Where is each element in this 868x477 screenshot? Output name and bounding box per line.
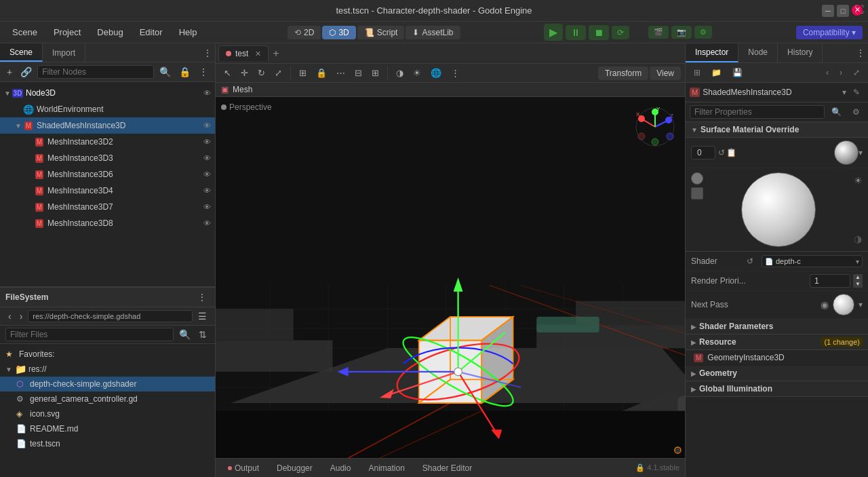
- camera-button[interactable]: 📷: [671, 26, 692, 39]
- fs-res[interactable]: ▼ 📁 res://: [0, 362, 215, 377]
- settings-button[interactable]: ⚙: [694, 26, 712, 39]
- view-label-button[interactable]: View: [650, 66, 681, 80]
- next-pass-sphere-preview[interactable]: [833, 294, 854, 316]
- inspector-filter-input[interactable]: [690, 105, 825, 119]
- fs-layout-button[interactable]: ☰: [195, 309, 210, 323]
- node-type-dropdown-icon[interactable]: ▾: [842, 88, 846, 97]
- minimize-button[interactable]: ─: [822, 5, 834, 17]
- move-mode-button[interactable]: ✛: [237, 66, 252, 80]
- select-mode-button[interactable]: ↖: [220, 66, 235, 80]
- lock-button[interactable]: 🔒: [176, 65, 193, 79]
- compatibility-button[interactable]: Compatibility ▾: [796, 26, 863, 39]
- shader-dropdown-icon[interactable]: ▾: [856, 258, 859, 265]
- node-filter-input[interactable]: [37, 65, 154, 79]
- material-expand-icon[interactable]: ▾: [859, 148, 863, 157]
- shaded-mesh-eye-icon[interactable]: 👁: [203, 121, 211, 130]
- next-pass-dropdown-icon[interactable]: ▾: [859, 300, 863, 309]
- rotate-mode-button[interactable]: ↻: [254, 66, 269, 80]
- bottom-tab-output[interactable]: Output: [221, 462, 266, 474]
- mesh3-eye-icon[interactable]: 👁: [203, 154, 211, 162]
- tree-node-mesh6[interactable]: M MeshInstance3D6 👁: [0, 166, 215, 183]
- local-space-button[interactable]: ⊞: [295, 66, 311, 80]
- material-sphere-preview[interactable]: [741, 172, 816, 247]
- maximize-button[interactable]: □: [837, 5, 849, 17]
- tree-node-mesh2[interactable]: M MeshInstance3D2 👁: [0, 134, 215, 150]
- transform-button[interactable]: ⊟: [351, 66, 366, 80]
- filesystem-menu-button[interactable]: ⋮: [195, 290, 210, 304]
- inspector-menu-button[interactable]: ⋮: [853, 43, 868, 62]
- tree-node-shaded-mesh[interactable]: ▼ M ShadedMeshInstance3D 👁: [0, 117, 215, 134]
- tree-node-node3d[interactable]: ▼ 3D Node3D 👁: [0, 85, 215, 101]
- inspector-expand-button[interactable]: ⤢: [849, 66, 864, 79]
- stop-button[interactable]: ⏹: [589, 25, 609, 40]
- sphere-env-off-icon[interactable]: ◑: [854, 233, 863, 244]
- inspector-save-button[interactable]: 💾: [728, 66, 747, 79]
- shader-reset-button[interactable]: ↺: [743, 254, 757, 268]
- mesh7-eye-icon[interactable]: 👁: [203, 203, 211, 211]
- tree-node-worldenv[interactable]: 🌐 WorldEnvironment: [0, 101, 215, 117]
- tab-scene[interactable]: Scene: [0, 43, 43, 62]
- sphere-env-on-icon[interactable]: ☀: [854, 175, 863, 186]
- assetlib-button[interactable]: ⬇ AssetLib: [406, 26, 460, 39]
- inspector-nav-back[interactable]: ‹: [822, 66, 833, 79]
- fs-back-button[interactable]: ‹: [5, 309, 14, 323]
- material-thumbnail-small[interactable]: [834, 140, 859, 165]
- menu-editor[interactable]: Editor: [133, 24, 170, 40]
- file-filter-input[interactable]: [5, 328, 174, 341]
- render-priority-input[interactable]: [810, 274, 850, 288]
- bottom-tab-debugger[interactable]: Debugger: [270, 462, 319, 474]
- fs-item-tscn[interactable]: 📄 test.tscn: [0, 436, 215, 451]
- menu-scene[interactable]: Scene: [5, 24, 44, 40]
- add-tab-button[interactable]: +: [269, 47, 283, 60]
- lock-button[interactable]: 🔒: [312, 66, 331, 80]
- 3d-viewport[interactable]: Perspective Z X Y: [216, 97, 685, 458]
- file-search-button[interactable]: 🔍: [176, 328, 193, 341]
- grid-button[interactable]: ⋯: [332, 66, 349, 80]
- section-surface-material[interactable]: ▼ Surface Material Override: [686, 122, 868, 138]
- inspector-folder-button[interactable]: 📁: [707, 66, 726, 79]
- transform-label-button[interactable]: Transform: [598, 66, 648, 80]
- viewport-tab-test[interactable]: test ✕: [218, 45, 269, 61]
- tab-close-icon[interactable]: ✕: [255, 50, 261, 58]
- priority-decrement-button[interactable]: ▼: [853, 281, 863, 288]
- bottom-tab-animation[interactable]: Animation: [361, 462, 411, 474]
- material-index-input[interactable]: [691, 146, 715, 159]
- play-scene-button[interactable]: ⟳: [612, 26, 629, 39]
- inspector-tab-node[interactable]: Node: [738, 43, 778, 62]
- inspector-tab-history[interactable]: History: [778, 43, 823, 62]
- bottom-tab-shader-editor[interactable]: Shader Editor: [416, 462, 479, 474]
- inspector-tab-inspector[interactable]: Inspector: [686, 43, 738, 62]
- file-sort-button[interactable]: ⇅: [196, 328, 210, 341]
- panel-menu-button[interactable]: ⋮: [196, 65, 211, 79]
- tree-node-mesh3[interactable]: M MeshInstance3D3 👁: [0, 150, 215, 166]
- scale-mode-button[interactable]: ⤢: [271, 66, 286, 80]
- priority-increment-button[interactable]: ▲: [853, 274, 863, 281]
- fs-item-readme[interactable]: 📄 README.md: [0, 421, 215, 436]
- inspector-filter-search[interactable]: 🔍: [827, 105, 846, 119]
- node3d-eye-icon[interactable]: 👁: [203, 89, 211, 97]
- snap-button[interactable]: ⊞: [368, 66, 383, 80]
- menu-project[interactable]: Project: [47, 24, 87, 40]
- geometry-instance-item[interactable]: M GeometryInstance3D: [686, 350, 868, 366]
- fs-item-svg[interactable]: ◈ icon.svg: [0, 406, 215, 421]
- tab-import[interactable]: Import: [43, 43, 85, 62]
- fs-item-script[interactable]: ⚙ general_camera_controller.gd: [0, 392, 215, 406]
- mesh6-eye-icon[interactable]: 👁: [203, 170, 211, 178]
- play-button[interactable]: ▶: [544, 24, 563, 41]
- fs-item-shader[interactable]: ⬡ depth-check-simple.gdshader: [0, 377, 215, 392]
- sphere-shape-box[interactable]: [691, 187, 703, 199]
- link-button[interactable]: 🔗: [18, 65, 35, 79]
- inspector-back-button[interactable]: ⊞: [690, 66, 705, 79]
- resource-header[interactable]: ▶ Resource (1 change): [686, 335, 868, 349]
- fs-favorites[interactable]: ★ Favorites:: [0, 347, 215, 362]
- tree-node-mesh8[interactable]: M MeshInstance3D8 👁: [0, 215, 215, 231]
- 3d-mode-button[interactable]: ⬡ 3D: [322, 26, 355, 39]
- tree-node-mesh7[interactable]: M MeshInstance3D7 👁: [0, 199, 215, 215]
- tree-node-mesh4[interactable]: M MeshInstance3D4 👁: [0, 183, 215, 199]
- bottom-tab-audio[interactable]: Audio: [323, 462, 358, 474]
- material-copy-icon[interactable]: 📋: [726, 148, 736, 157]
- menu-debug[interactable]: Debug: [90, 24, 130, 40]
- shader-selector[interactable]: 📄 depth-c ▾: [762, 255, 863, 267]
- next-pass-color-icon[interactable]: ◉: [821, 299, 829, 310]
- add-node-button[interactable]: +: [4, 65, 15, 79]
